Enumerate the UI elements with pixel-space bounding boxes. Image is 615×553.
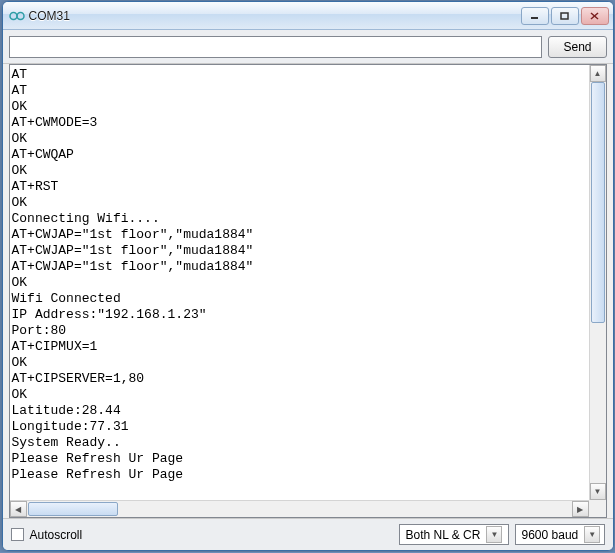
titlebar: COM31 — [3, 2, 613, 30]
scroll-down-arrow-icon[interactable]: ▼ — [590, 483, 606, 500]
baud-rate-value: 9600 baud — [522, 528, 579, 542]
vertical-scrollbar[interactable]: ▲ ▼ — [589, 65, 606, 500]
scroll-right-arrow-icon[interactable]: ▶ — [572, 501, 589, 517]
horizontal-scroll-thumb[interactable] — [28, 502, 118, 516]
scroll-left-arrow-icon[interactable]: ◀ — [10, 501, 27, 517]
vertical-scroll-thumb[interactable] — [591, 82, 605, 323]
statusbar: Autoscroll Both NL & CR ▼ 9600 baud ▼ — [3, 518, 613, 550]
terminal-area: AT AT OK AT+CWMODE=3 OK AT+CWQAP OK AT+R… — [9, 64, 607, 518]
chevron-down-icon: ▼ — [486, 526, 502, 543]
terminal-output[interactable]: AT AT OK AT+CWMODE=3 OK AT+CWQAP OK AT+R… — [10, 65, 606, 517]
scroll-corner — [589, 500, 606, 517]
chevron-down-icon: ▼ — [584, 526, 600, 543]
autoscroll-label: Autoscroll — [30, 528, 83, 542]
minimize-button[interactable] — [521, 7, 549, 25]
window-buttons — [521, 7, 609, 25]
maximize-button[interactable] — [551, 7, 579, 25]
send-button[interactable]: Send — [548, 36, 606, 58]
close-button[interactable] — [581, 7, 609, 25]
vertical-scroll-track[interactable] — [590, 82, 606, 483]
svg-rect-3 — [561, 13, 568, 19]
horizontal-scrollbar[interactable]: ◀ ▶ — [10, 500, 589, 517]
serial-input[interactable] — [9, 36, 543, 58]
autoscroll-checkbox[interactable] — [11, 528, 24, 541]
serial-monitor-window: COM31 Send AT AT OK AT+CWMODE=3 OK AT+CW… — [2, 1, 614, 551]
window-title: COM31 — [29, 9, 521, 23]
line-ending-select[interactable]: Both NL & CR ▼ — [399, 524, 509, 545]
line-ending-value: Both NL & CR — [406, 528, 481, 542]
svg-point-0 — [10, 12, 17, 19]
arduino-icon — [9, 8, 25, 24]
input-toolbar: Send — [3, 30, 613, 64]
scroll-up-arrow-icon[interactable]: ▲ — [590, 65, 606, 82]
baud-rate-select[interactable]: 9600 baud ▼ — [515, 524, 605, 545]
svg-point-1 — [17, 12, 24, 19]
